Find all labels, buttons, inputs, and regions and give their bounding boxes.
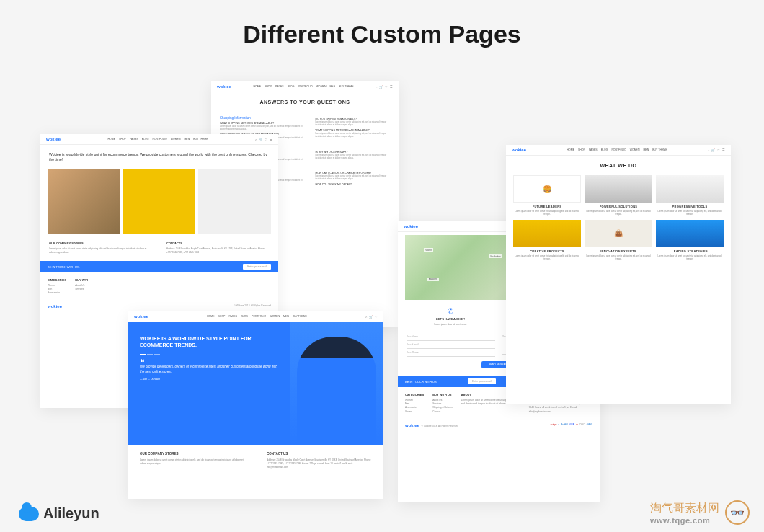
services-page-preview: wokiee HOMESHOPPAGESBLOGPORTFOLIOWOMENME… [506,145,731,404]
testimonial-page-preview: wokiee HOMESHOPPAGESBLOGPORTFOLIOWOMENME… [128,311,383,499]
faq-title: ANSWERS TO YOUR QUESTIONS [211,92,399,112]
phone-icon: ✆ [405,307,496,315]
page-title: Different Custom Pages [0,0,764,48]
cloud-icon [19,507,39,521]
name-input[interactable]: Your Name [407,333,495,341]
faq-category: Shopping Information [220,116,308,120]
wwd-title: WHAT WE DO [506,156,731,175]
nav[interactable]: HOMESHOPPAGESBLOGPORTFOLIOWOMENMENBUY TH… [107,138,208,141]
header-icons[interactable]: ⌕🛒♡☰ [376,85,393,89]
testimonial-quote: We provide developers, owners of e-comme… [140,365,278,375]
payment-icons: ●stripe■PayPalVISA●●DISCAMEX [548,423,592,427]
logo: wokiee [46,137,61,141]
carousel-dots[interactable] [140,354,278,355]
model-image [290,322,383,445]
product-row [40,169,278,234]
watermark-left: Alileyun [19,505,99,522]
glasses-icon: 👓 [725,500,750,525]
email-input[interactable]: Your E-mail [407,341,495,349]
hero-heading: WOKIEE IS A WORLDWIDE STYLE POINT FOR EC… [140,335,278,348]
newsletter-band: BE IN TOUCH WITH US: Enter your e-mail [40,261,278,272]
watermark-right: 淘气哥素材网 www.tqge.com 👓 [650,500,750,525]
logo: wokiee [217,84,231,89]
phone-input[interactable]: Your Phone [407,349,495,357]
nav[interactable]: HOMESHOPPAGESBLOGPORTFOLIOWOMENMENBUY TH… [253,85,353,88]
email-input[interactable]: Enter your e-mail [243,264,271,270]
about-intro: Wokiee is a worldwide style point for ec… [40,145,278,169]
newsletter-input[interactable]: Enter your e-mail [468,378,496,384]
